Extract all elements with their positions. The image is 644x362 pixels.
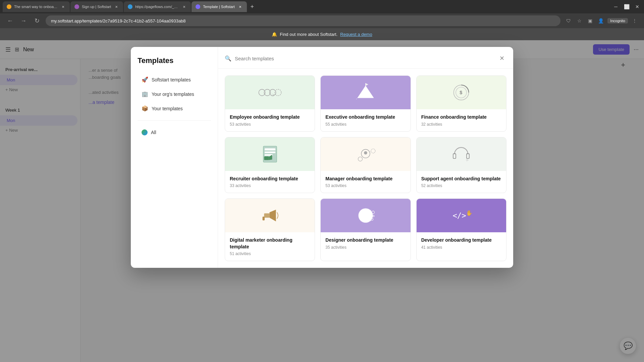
template-count-employee: 53 activities (230, 122, 310, 127)
template-card-digital-marketer[interactable]: Digital marketer onboarding template 51 … (225, 198, 315, 261)
profile-icon[interactable]: 👤 (597, 17, 605, 25)
tab-2-favicon (74, 4, 79, 9)
template-thumb-finance: $ (417, 76, 506, 109)
template-body-employee: Employee onboarding template 53 activiti… (225, 109, 315, 131)
tab-4-favicon (196, 4, 200, 9)
modal-overlay[interactable]: Templates 🚀 Softstart templates 🏢 Your o… (0, 40, 644, 362)
template-body-designer: Designer onboarding template 35 activiti… (321, 232, 410, 254)
tab-4-close[interactable]: ✕ (237, 4, 243, 9)
template-thumb-executive (321, 76, 410, 109)
refresh-button[interactable]: ↻ (32, 16, 42, 25)
template-card-support[interactable]: Support agent onboarding template 52 act… (416, 137, 506, 193)
sidebar-toggle-icon[interactable]: ▣ (586, 17, 594, 25)
tab-2[interactable]: Sign up | Softstart ✕ (70, 1, 123, 12)
tab-3-favicon (128, 4, 132, 9)
template-count-support: 52 activities (421, 183, 501, 188)
modal-nav-softstart-label: Softstart templates (152, 77, 191, 82)
star-icon[interactable]: ☆ (575, 17, 583, 25)
menu-icon[interactable]: ⋮ (631, 17, 639, 25)
modal-nav-your-label: Your templates (152, 106, 183, 111)
template-body-digital-marketer: Digital marketer onboarding template 51 … (225, 232, 315, 261)
tab-3-close[interactable]: ✕ (181, 4, 187, 9)
rocket-icon: 🚀 (142, 76, 148, 83)
tab-1[interactable]: The smart way to onboard new h... ✕ (3, 1, 70, 12)
browser-chrome: The smart way to onboard new h... ✕ Sign… (0, 0, 644, 40)
svg-point-29 (372, 211, 374, 214)
svg-point-28 (359, 208, 373, 223)
svg-rect-27 (262, 217, 264, 220)
address-input[interactable] (46, 15, 560, 26)
template-name-manager: Manager onboarding template (325, 176, 406, 182)
modal-close-button[interactable]: ✕ (497, 54, 506, 63)
incognito-badge: Incognito (607, 18, 628, 23)
template-name-support: Support agent onboarding template (421, 176, 501, 182)
shield-icon[interactable]: 🛡 (565, 17, 573, 25)
tab-3[interactable]: https://pageflows.com/_emails/... ✕ (124, 1, 191, 12)
request-demo-link[interactable]: Request a demo (340, 32, 372, 37)
template-card-manager[interactable]: Manager onboarding template 53 activitie… (320, 137, 411, 193)
tab-4-title: Template | Softstart (203, 5, 235, 9)
tab-1-close[interactable]: ✕ (60, 4, 66, 9)
svg-rect-23 (467, 154, 469, 158)
template-thumb-manager (321, 137, 410, 171)
template-count-digital-marketer: 51 activities (230, 251, 310, 256)
svg-text:$: $ (460, 90, 463, 95)
all-dot-icon (142, 129, 148, 135)
modal-nav-your-templates[interactable]: 📦 Your templates (138, 102, 211, 115)
template-count-designer: 35 activities (325, 245, 406, 250)
template-card-recruiter[interactable]: Recruiter onboarding template 33 activit… (225, 137, 315, 193)
modal-nav-org-label: Your org's templates (152, 92, 194, 97)
tab-bar: The smart way to onboard new h... ✕ Sign… (0, 0, 644, 13)
box-icon: 📦 (142, 105, 148, 112)
template-body-recruiter: Recruiter onboarding template 33 activit… (225, 171, 315, 193)
close-window-button[interactable]: ✕ (633, 3, 641, 11)
back-button[interactable]: ← (5, 16, 15, 25)
modal-sidebar: Templates 🚀 Softstart templates 🏢 Your o… (131, 47, 218, 268)
template-card-employee[interactable]: ☞ Employee onboarding template 53 activi… (225, 75, 315, 132)
svg-rect-15 (264, 156, 269, 160)
search-input[interactable] (235, 56, 494, 61)
modal-nav-softstart-templates[interactable]: 🚀 Softstart templates (138, 73, 211, 86)
modal-nav-org-templates[interactable]: 🏢 Your org's templates (138, 87, 211, 101)
template-card-designer[interactable]: Designer onboarding template 35 activiti… (320, 198, 411, 261)
info-icon: 🔔 (272, 32, 277, 37)
modal-nav-all[interactable]: All (138, 126, 211, 139)
svg-point-24 (467, 159, 468, 161)
template-body-finance: Finance onboarding template 32 activitie… (417, 109, 506, 131)
template-card-finance[interactable]: $ Finance onboarding template 32 activit… (416, 75, 506, 132)
svg-point-18 (364, 151, 367, 155)
template-card-executive[interactable]: Executive onboarding template 55 activit… (320, 75, 411, 132)
forward-button[interactable]: → (19, 16, 28, 25)
tab-1-favicon (7, 4, 11, 9)
template-name-recruiter: Recruiter onboarding template (230, 176, 310, 182)
template-card-developer[interactable]: </> ✋ Developer onboarding template 41 a… (416, 198, 506, 261)
svg-text:☞: ☞ (271, 93, 275, 98)
svg-marker-5 (358, 86, 374, 98)
template-body-executive: Executive onboarding template 55 activit… (321, 109, 410, 131)
svg-rect-13 (265, 152, 275, 153)
template-name-digital-marketer: Digital marketer onboarding template (230, 237, 310, 250)
template-name-executive: Executive onboarding template (325, 114, 406, 121)
modal-content: 🔍 ✕ (218, 47, 513, 268)
template-count-recruiter: 33 activities (230, 183, 310, 188)
maximize-button[interactable]: ⬜ (623, 3, 631, 11)
svg-text:</>: </> (453, 211, 466, 220)
info-bar: 🔔 Find out more about Softstart. Request… (0, 28, 644, 40)
template-thumb-developer: </> ✋ (417, 199, 506, 232)
template-count-developer: 41 activities (421, 245, 501, 250)
template-count-manager: 53 activities (325, 183, 406, 188)
tab-2-close[interactable]: ✕ (114, 4, 119, 9)
new-tab-button[interactable]: + (248, 2, 257, 11)
template-thumb-recruiter (225, 137, 315, 171)
building-icon: 🏢 (142, 91, 148, 97)
template-name-designer: Designer onboarding template (325, 237, 406, 244)
minimize-button[interactable]: ─ (612, 3, 620, 11)
svg-rect-25 (264, 214, 269, 218)
svg-text:✋: ✋ (466, 210, 473, 217)
tab-1-title: The smart way to onboard new h... (14, 5, 58, 9)
search-icon: 🔍 (225, 55, 231, 62)
tab-4[interactable]: Template | Softstart ✕ (192, 1, 247, 12)
modal-title: Templates (138, 56, 211, 65)
info-text: Find out more about Softstart. (280, 32, 337, 37)
template-name-developer: Developer onboarding template (421, 237, 501, 244)
